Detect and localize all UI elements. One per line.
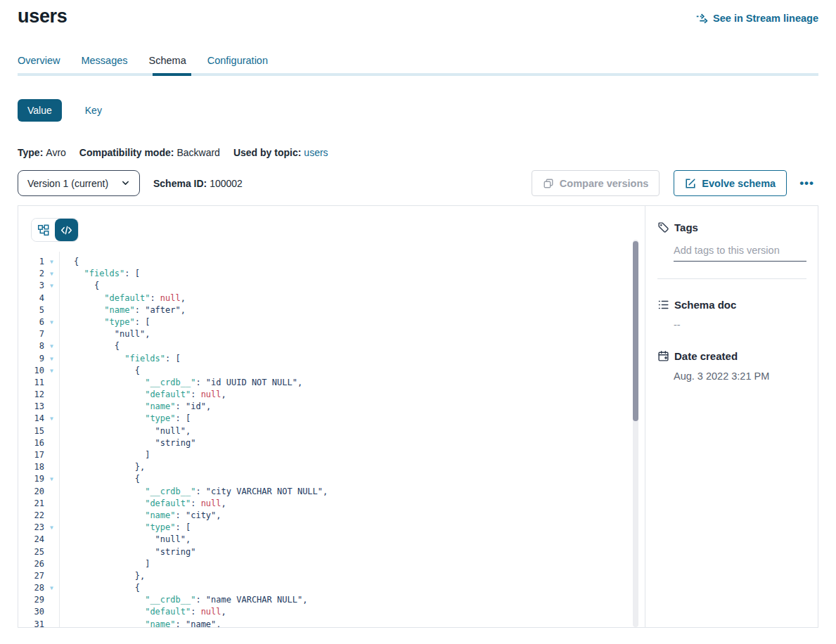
code-text: "default": null, — [59, 389, 226, 401]
fold-spacer — [44, 425, 59, 437]
fold-arrow-icon[interactable]: ▼ — [44, 473, 59, 485]
code-line: 11 "__crdb__": "id UUID NOT NULL", — [18, 377, 645, 389]
editor-scrollbar[interactable] — [633, 240, 638, 627]
code-text: "null", — [59, 328, 150, 340]
fold-spacer — [44, 449, 59, 461]
add-tags-input[interactable] — [674, 245, 806, 262]
line-number: 24 — [18, 534, 44, 546]
code-line: 27 }, — [18, 570, 645, 582]
code-line: 13 "name": "id", — [18, 401, 645, 413]
tab-messages[interactable]: Messages — [81, 55, 127, 73]
compatibility-mode: Compatibility mode:Backward — [79, 147, 220, 158]
fold-arrow-icon[interactable]: ▼ — [44, 268, 59, 280]
line-number: 6 — [18, 316, 44, 328]
code-text: }, — [59, 570, 145, 582]
line-number: 7 — [18, 328, 44, 340]
code-line: 9▼ "fields": [ — [18, 353, 645, 365]
code-line: 18 }, — [18, 461, 645, 473]
fold-arrow-icon[interactable]: ▼ — [44, 413, 59, 425]
tab-overview[interactable]: Overview — [18, 55, 60, 73]
line-number: 21 — [18, 498, 44, 510]
tags-title: Tags — [674, 221, 698, 233]
evolve-schema-label: Evolve schema — [702, 178, 776, 189]
line-number: 20 — [18, 486, 44, 498]
fold-arrow-icon[interactable]: ▼ — [44, 280, 59, 292]
topic-label: Used by topic: — [233, 147, 301, 158]
line-number: 26 — [18, 558, 44, 570]
fold-arrow-icon[interactable]: ▼ — [44, 365, 59, 377]
code-line: 2▼ "fields": [ — [18, 268, 645, 280]
code-line: 10▼ { — [18, 365, 645, 377]
code-view-button[interactable] — [55, 219, 78, 241]
schema-id-value: 100002 — [210, 178, 243, 189]
compare-versions-label: Compare versions — [560, 178, 649, 189]
more-actions-button[interactable]: ••• — [795, 176, 818, 191]
code-text: "string" — [59, 437, 195, 449]
code-text: "name": "name", — [59, 619, 221, 628]
schema-meta-row: Type:Avro Compatibility mode:Backward Us… — [18, 147, 818, 158]
key-toggle-button[interactable]: Key — [81, 104, 106, 117]
code-text: "fields": [ — [59, 268, 140, 280]
line-number: 17 — [18, 449, 44, 461]
fold-spacer — [44, 389, 59, 401]
sidebar-divider — [657, 278, 806, 279]
compare-versions-button[interactable]: Compare versions — [532, 170, 660, 196]
schema-code-editor[interactable]: 1▼{2▼ "fields": [3▼ {4 "default": null,5… — [18, 256, 645, 628]
gutter-divider — [59, 252, 60, 628]
schema-doc-heading: Schema doc — [657, 299, 806, 311]
view-mode-toggle — [31, 218, 79, 242]
code-line: 17 ] — [18, 449, 645, 461]
tree-view-icon — [37, 224, 49, 236]
code-line: 29 "__crdb__": "name VARCHAR NULL", — [18, 594, 645, 606]
code-line: 22 "name": "city", — [18, 510, 645, 522]
tab-configuration[interactable]: Configuration — [207, 55, 268, 73]
date-created-heading: Date created — [657, 350, 806, 362]
tree-view-button[interactable] — [32, 219, 55, 241]
code-text: "type": [ — [59, 413, 191, 425]
code-text: ] — [59, 449, 150, 461]
topic-link[interactable]: users — [304, 147, 328, 158]
compare-icon — [543, 178, 554, 189]
fold-arrow-icon[interactable]: ▼ — [44, 256, 59, 268]
version-bar: Version 1 (current) Schema ID: 100002 Co… — [18, 170, 818, 196]
stream-lineage-icon — [695, 12, 708, 25]
code-line: 6▼ "type": [ — [18, 316, 645, 328]
code-text: "__crdb__": "id UUID NOT NULL", — [59, 377, 302, 389]
fold-arrow-icon[interactable]: ▼ — [44, 522, 59, 534]
fold-spacer — [44, 461, 59, 473]
line-number: 16 — [18, 437, 44, 449]
fold-spacer — [44, 498, 59, 510]
fold-spacer — [44, 437, 59, 449]
fold-spacer — [44, 510, 59, 522]
date-created-title: Date created — [674, 350, 738, 362]
editor-scrollbar-thumb[interactable] — [633, 241, 638, 421]
code-text: "string" — [59, 546, 195, 558]
code-line: 20 "__crdb__": "city VARCHAR NOT NULL", — [18, 486, 645, 498]
value-toggle-button[interactable]: Value — [18, 99, 62, 122]
code-text: { — [59, 340, 120, 352]
version-select[interactable]: Version 1 (current) — [18, 170, 140, 196]
tab-schema[interactable]: Schema — [149, 55, 186, 73]
code-line: 5 "name": "after", — [18, 304, 645, 316]
code-text: "default": null, — [59, 498, 226, 510]
stream-lineage-link[interactable]: See in Stream lineage — [695, 12, 818, 25]
fold-arrow-icon[interactable]: ▼ — [44, 316, 59, 328]
line-number: 14 — [18, 413, 44, 425]
fold-arrow-icon[interactable]: ▼ — [44, 582, 59, 594]
line-number: 23 — [18, 522, 44, 534]
list-icon — [657, 299, 669, 311]
line-number: 5 — [18, 304, 44, 316]
code-text: { — [59, 365, 140, 377]
evolve-schema-button[interactable]: Evolve schema — [674, 170, 787, 196]
line-number: 1 — [18, 256, 44, 268]
fold-arrow-icon[interactable]: ▼ — [44, 353, 59, 365]
line-number: 18 — [18, 461, 44, 473]
fold-arrow-icon[interactable]: ▼ — [44, 340, 59, 352]
code-text: "type": [ — [59, 316, 150, 328]
used-by-topic: Used by topic:users — [233, 147, 328, 158]
stream-lineage-label: See in Stream lineage — [713, 13, 818, 24]
code-text: "type": [ — [59, 522, 191, 534]
date-created-value: Aug. 3 2022 3:21 PM — [674, 371, 806, 382]
line-number: 9 — [18, 353, 44, 365]
fold-spacer — [44, 304, 59, 316]
